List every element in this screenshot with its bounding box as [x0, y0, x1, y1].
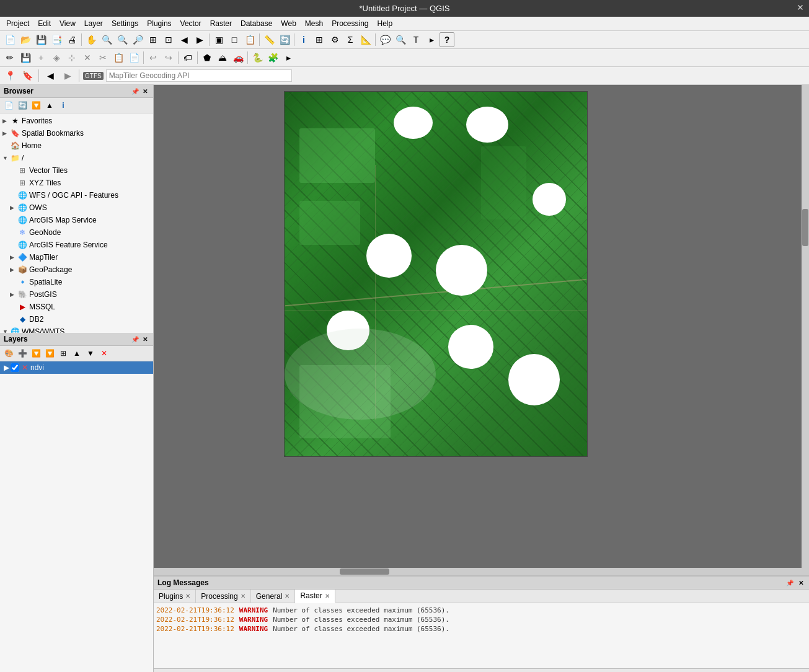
- browser-pin-btn[interactable]: 📌: [131, 87, 139, 95]
- zoom-full-button[interactable]: ⊞: [146, 32, 161, 47]
- undo-button[interactable]: ↩: [146, 50, 161, 65]
- browser-item-geonode[interactable]: ❄ GeoNode: [0, 226, 153, 239]
- search2-button[interactable]: 🔍: [393, 32, 408, 47]
- layer-filter-btn[interactable]: 🔽: [30, 347, 42, 360]
- menu-database[interactable]: Database: [237, 18, 276, 29]
- menu-help[interactable]: Help: [374, 18, 397, 29]
- pan-button[interactable]: ✋: [84, 32, 99, 47]
- layer-style-btn[interactable]: 🎨: [2, 347, 15, 360]
- map-scroll-thumb-v[interactable]: [802, 209, 808, 246]
- more-button[interactable]: ▸: [424, 32, 439, 47]
- browser-refresh-btn[interactable]: 🔄: [16, 99, 29, 112]
- plugin2-button[interactable]: 🚗: [231, 50, 245, 65]
- save-edits[interactable]: 💾: [18, 50, 33, 65]
- log-tab-processing[interactable]: Processing ✕: [196, 590, 250, 603]
- map-canvas[interactable]: [154, 85, 809, 575]
- layer-remove-btn[interactable]: ✕: [98, 347, 110, 360]
- cut-feature[interactable]: ✂: [95, 50, 110, 65]
- paste-feature[interactable]: 📄: [126, 50, 141, 65]
- map-scroll-thumb-h[interactable]: [340, 568, 389, 575]
- layer-ndvi[interactable]: ▶ ✕ ndvi: [0, 361, 153, 374]
- sigma-button[interactable]: Σ: [343, 32, 358, 47]
- python-button[interactable]: 🐍: [250, 50, 265, 65]
- layer-add-btn[interactable]: ➕: [16, 347, 29, 360]
- close-button[interactable]: ✕: [797, 2, 804, 12]
- browser-close-btn[interactable]: ✕: [141, 87, 149, 95]
- edit-toggle[interactable]: ✏: [2, 50, 17, 65]
- redo-button[interactable]: ↪: [161, 50, 176, 65]
- add-feature[interactable]: +: [33, 50, 48, 65]
- copy-feature[interactable]: 📋: [111, 50, 126, 65]
- menu-view[interactable]: View: [56, 18, 79, 29]
- zoom-layer-button[interactable]: ⊡: [161, 32, 176, 47]
- geocoding-input[interactable]: [106, 69, 292, 82]
- browser-item-favorites[interactable]: ▶ ★ Favorites: [0, 115, 153, 127]
- spatial-btn[interactable]: 🔖: [20, 68, 35, 83]
- zoom-in-button[interactable]: 🔍: [115, 32, 130, 47]
- browser-item-home[interactable]: 🏠 Home: [0, 139, 153, 152]
- speech-button[interactable]: 💬: [378, 32, 392, 47]
- layer-ndvi-checkbox[interactable]: [11, 363, 19, 372]
- browser-item-spatialite[interactable]: 🔹 SpatiaLite: [0, 276, 153, 288]
- map-scrollbar-horizontal[interactable]: [154, 568, 802, 575]
- osm-button[interactable]: ⬟: [200, 50, 214, 65]
- prev-extent-btn[interactable]: ◀: [43, 68, 58, 83]
- log-tab-plugins[interactable]: Plugins ✕: [154, 590, 196, 603]
- help-btn[interactable]: ?: [440, 32, 454, 47]
- browser-item-ows[interactable]: ▶ 🌐 OWS: [0, 201, 153, 214]
- menu-settings[interactable]: Settings: [108, 18, 142, 29]
- layers-pin-btn[interactable]: 📌: [131, 335, 139, 343]
- ruler-button[interactable]: 📐: [358, 32, 373, 47]
- browser-add-btn[interactable]: 📄: [2, 99, 15, 112]
- menu-edit[interactable]: Edit: [34, 18, 55, 29]
- labels-button[interactable]: 🏷: [180, 50, 195, 65]
- grid-button[interactable]: ⊞: [312, 32, 327, 47]
- print-button[interactable]: 🖨: [64, 32, 79, 47]
- log-tab-raster-close[interactable]: ✕: [325, 593, 330, 599]
- browser-item-wfs[interactable]: 🌐 WFS / OGC API - Features: [0, 189, 153, 201]
- select-button[interactable]: ▣: [211, 32, 226, 47]
- menu-raster[interactable]: Raster: [206, 18, 236, 29]
- menu-layer[interactable]: Layer: [81, 18, 107, 29]
- log-tab-general[interactable]: General ✕: [251, 590, 296, 603]
- save-button[interactable]: 💾: [33, 32, 48, 47]
- menu-project[interactable]: Project: [2, 18, 33, 29]
- attributes-button[interactable]: 📋: [242, 32, 257, 47]
- menu-mesh[interactable]: Mesh: [301, 18, 327, 29]
- save-as-button[interactable]: 📑: [49, 32, 64, 47]
- scale-dropdown[interactable]: ▼: [392, 670, 402, 673]
- browser-item-wms[interactable]: ▼ 🌐 WMS/WMTS: [0, 325, 153, 333]
- menu-processing[interactable]: Processing: [328, 18, 372, 29]
- info-button[interactable]: i: [296, 32, 311, 47]
- open-button[interactable]: 📂: [18, 32, 33, 47]
- status-message-btn[interactable]: 💬: [668, 670, 680, 673]
- menu-plugins[interactable]: Plugins: [143, 18, 175, 29]
- zoom-out-button[interactable]: 🔎: [130, 32, 145, 47]
- browser-item-db2[interactable]: ◆ DB2: [0, 313, 153, 325]
- menu-web[interactable]: Web: [277, 18, 299, 29]
- deselect-button[interactable]: □: [227, 32, 242, 47]
- zoom-back-button[interactable]: ◀: [177, 32, 192, 47]
- log-pin-btn[interactable]: 📌: [785, 578, 794, 587]
- browser-collapse-btn[interactable]: ▲: [43, 99, 56, 112]
- log-tab-processing-close[interactable]: ✕: [241, 593, 245, 599]
- browser-item-arcgis-map[interactable]: 🌐 ArcGIS Map Service: [0, 214, 153, 226]
- browser-item-xyz-tiles[interactable]: ⊞ XYZ Tiles: [0, 177, 153, 189]
- browser-filter-btn[interactable]: 🔽: [30, 99, 42, 112]
- new-button[interactable]: 📄: [2, 32, 17, 47]
- log-tab-plugins-close[interactable]: ✕: [185, 593, 190, 599]
- zoom-forward-button[interactable]: ▶: [192, 32, 207, 47]
- plugin1-button[interactable]: ⛰: [215, 50, 230, 65]
- log-tab-general-close[interactable]: ✕: [285, 593, 290, 599]
- layer-filter2-btn[interactable]: 🔽: [43, 347, 56, 360]
- layer-expand-btn[interactable]: ⊞: [57, 347, 69, 360]
- layer-up-btn[interactable]: ▲: [71, 347, 83, 360]
- log-close-btn[interactable]: ✕: [797, 578, 805, 587]
- settings-button[interactable]: ⚙: [327, 32, 342, 47]
- plugin-mgr-button[interactable]: 🧩: [265, 50, 280, 65]
- browser-item-arcgis-feature[interactable]: 🌐 ArcGIS Feature Service: [0, 239, 153, 251]
- browser-info-btn[interactable]: i: [57, 99, 69, 112]
- layer-down-btn[interactable]: ▼: [84, 347, 97, 360]
- vertex-tool[interactable]: ◈: [49, 50, 64, 65]
- expand-button[interactable]: ▸: [281, 50, 296, 65]
